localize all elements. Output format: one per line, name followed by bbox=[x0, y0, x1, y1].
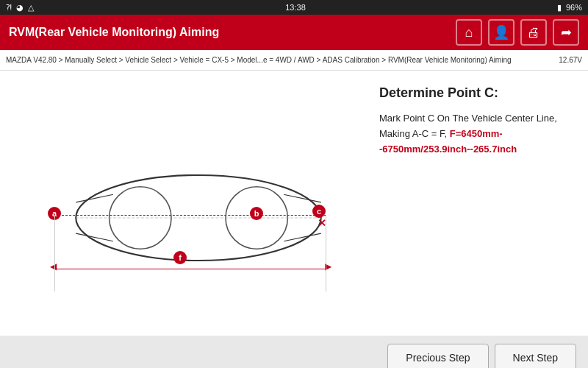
wifi-icon: ◕ bbox=[16, 3, 24, 13]
logout-button[interactable]: ➦ bbox=[553, 19, 579, 46]
vline-c bbox=[326, 215, 326, 291]
signal-icon: △ bbox=[28, 3, 34, 13]
status-bar: ⁈ ◕ △ 13:38 ▮ 96% bbox=[0, 0, 588, 15]
status-right: ▮ 96% bbox=[557, 3, 582, 13]
status-left: ⁈ ◕ △ bbox=[6, 3, 34, 13]
bt-icon: ⁈ bbox=[6, 3, 12, 13]
header-title: RVM(Rear Vehicle Monitoring) Aiming bbox=[9, 26, 219, 39]
previous-step-button[interactable]: Precious Step bbox=[387, 344, 488, 368]
car-diagram bbox=[59, 159, 338, 277]
header: RVM(Rear Vehicle Monitoring) Aiming ⌂ 👤 … bbox=[0, 15, 588, 50]
point-c-label: c bbox=[312, 205, 326, 218]
breadcrumb-bar: MAZDA V42.80 > Manually Select > Vehicle… bbox=[0, 50, 588, 71]
button-bar: Precious Step Next Step bbox=[0, 336, 588, 368]
battery-icon: ▮ bbox=[557, 3, 562, 13]
breadcrumb-text: MAZDA V42.80 > Manually Select > Vehicle… bbox=[6, 56, 512, 64]
user-button[interactable]: 👤 bbox=[488, 19, 514, 46]
main-content: a b c ✕ ◀ ▶ f Determine Point C: Mark Po… bbox=[0, 71, 588, 336]
header-icons: ⌂ 👤 🖨 ➦ bbox=[456, 19, 579, 46]
battery-voltage: 12.67V bbox=[559, 56, 582, 64]
info-text: Mark Point C On The Vehicle Center Line,… bbox=[379, 111, 576, 157]
arrow-left: ◀ bbox=[50, 261, 57, 272]
vline-a bbox=[54, 215, 55, 291]
next-step-button[interactable]: Next Step bbox=[495, 344, 576, 368]
home-button[interactable]: ⌂ bbox=[456, 19, 482, 46]
print-button[interactable]: 🖨 bbox=[520, 19, 547, 46]
info-area: Determine Point C: Mark Point C On The V… bbox=[368, 71, 588, 336]
measure-line-h bbox=[54, 269, 326, 269]
battery-percent: 96% bbox=[566, 3, 582, 12]
point-f-label: f bbox=[173, 251, 187, 264]
info-title: Determine Point C: bbox=[379, 85, 576, 101]
diagram-area: a b c ✕ ◀ ▶ f bbox=[0, 71, 368, 336]
time-label: 13:38 bbox=[285, 3, 306, 12]
point-b-label: b bbox=[250, 207, 263, 220]
